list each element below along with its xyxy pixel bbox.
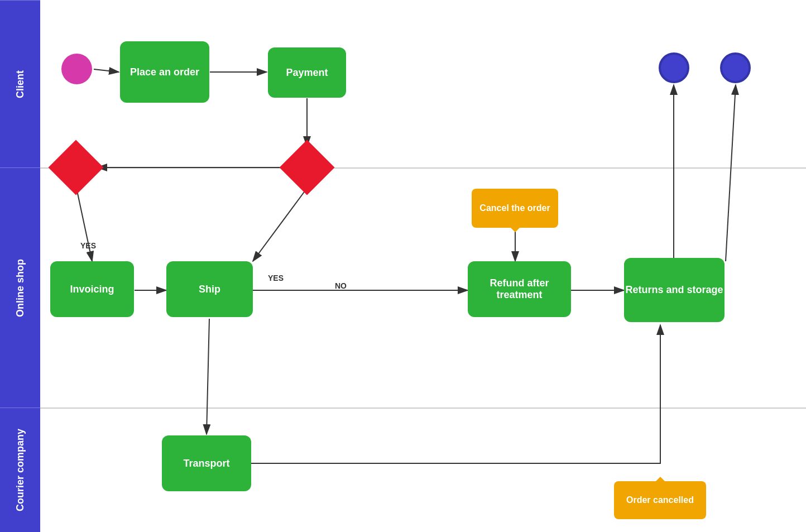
svg-line-8 xyxy=(253,188,307,261)
diamond-node-2 xyxy=(280,140,335,195)
transport-node: Transport xyxy=(162,435,251,491)
place-order-node: Place an order xyxy=(120,41,209,103)
svg-line-14 xyxy=(207,319,209,434)
lane-online-label: Online shop xyxy=(0,167,40,408)
start-node xyxy=(61,54,92,84)
svg-line-6 xyxy=(76,188,92,261)
swim-lanes: Client Online shop Courier company xyxy=(0,0,40,532)
lane-divider-1 xyxy=(40,167,806,169)
yes-label-2: YES xyxy=(268,274,284,282)
lane-client-label: Client xyxy=(0,0,40,167)
end-node-1 xyxy=(659,52,689,83)
lane-courier-label: Courier company xyxy=(0,408,40,532)
no-label-1: NO xyxy=(335,281,347,290)
payment-node: Payment xyxy=(268,47,346,98)
lane-divider-2 xyxy=(40,408,806,409)
svg-line-2 xyxy=(94,69,119,72)
refund-node: Refund after treatment xyxy=(468,261,571,317)
end-node-2 xyxy=(720,52,751,83)
cancel-order-annotation: Cancel the order xyxy=(472,189,558,228)
diamond-node-1 xyxy=(49,140,104,195)
yes-label-1: YES xyxy=(80,241,96,250)
ship-node: Ship xyxy=(166,261,253,317)
order-cancelled-annotation: Order cancelled xyxy=(614,481,706,519)
diagram-container: Client Online shop Courier company xyxy=(0,0,806,532)
invoicing-node: Invoicing xyxy=(50,261,134,317)
returns-node: Returns and storage xyxy=(624,258,725,322)
svg-line-13 xyxy=(726,85,736,261)
